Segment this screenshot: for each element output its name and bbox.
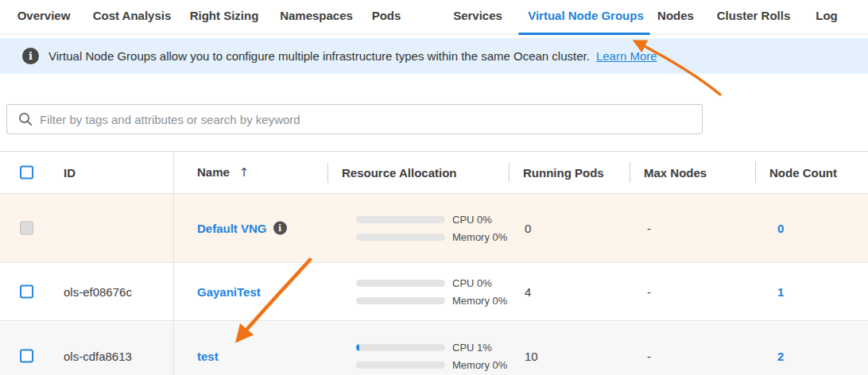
column-header-resource-allocation[interactable]: Resource Allocation: [342, 166, 456, 180]
resource-allocation-bars: CPU 0% Memory 0%: [356, 274, 507, 309]
header-divider: [327, 162, 328, 183]
column-header-node-count[interactable]: Node Count: [769, 166, 837, 180]
row-checkbox[interactable]: [20, 285, 33, 299]
row-checkbox-disabled: [20, 222, 33, 235]
sort-asc-icon[interactable]: ↑: [239, 165, 250, 180]
memory-label: Memory 0%: [452, 295, 507, 307]
tab-namespaces[interactable]: Namespaces: [280, 9, 353, 22]
virtual-node-groups-page: Overview Cost Analysis Right Sizing Name…: [0, 0, 868, 375]
table-row-test[interactable]: ols-cdfa8613 test CPU 1% Memory 0% 10 - …: [0, 321, 868, 375]
running-pods-value: 10: [525, 350, 538, 363]
tab-overview[interactable]: Overview: [17, 9, 71, 22]
tab-services[interactable]: Services: [453, 9, 502, 22]
running-pods-value: 4: [525, 285, 531, 299]
tab-log[interactable]: Log: [816, 9, 838, 22]
tab-bar: Overview Cost Analysis Right Sizing Name…: [0, 0, 868, 35]
cpu-label: CPU 0%: [452, 277, 492, 289]
tab-cost-analysis[interactable]: Cost Analysis: [93, 9, 172, 22]
filter-search-box[interactable]: [6, 104, 703, 134]
node-count-link[interactable]: 1: [777, 285, 784, 299]
table-header: ID Name↑ Resource Allocation Running Pod…: [0, 152, 868, 194]
vng-id: ols-ef08676c: [64, 285, 132, 299]
running-pods-value: 0: [525, 222, 531, 235]
cpu-label: CPU 0%: [452, 214, 492, 226]
info-icon: i: [22, 48, 39, 64]
vng-id: ols-cdfa8613: [64, 350, 132, 363]
node-count-link[interactable]: 2: [777, 350, 784, 363]
tab-nodes[interactable]: Nodes: [657, 9, 694, 22]
table-row-gayanitest[interactable]: ols-ef08676c GayaniTest CPU 0% Memory 0%…: [0, 263, 868, 321]
learn-more-link[interactable]: Learn More: [596, 49, 657, 63]
column-header-name[interactable]: Name↑: [197, 165, 249, 180]
cpu-bar: [356, 280, 445, 287]
search-input[interactable]: [40, 113, 702, 126]
cpu-label: CPU 1%: [452, 342, 492, 354]
memory-bar: [356, 234, 445, 241]
column-divider: [173, 152, 174, 375]
header-divider: [630, 162, 630, 183]
cpu-bar: [356, 344, 445, 351]
memory-label: Memory 0%: [452, 359, 507, 371]
max-nodes-value: -: [647, 350, 651, 363]
resource-allocation-bars: CPU 0% Memory 0%: [356, 211, 507, 245]
vng-name-link[interactable]: GayaniTest: [197, 285, 261, 299]
max-nodes-value: -: [647, 285, 651, 299]
tab-right-sizing[interactable]: Right Sizing: [190, 9, 259, 22]
column-header-id[interactable]: ID: [64, 166, 76, 180]
cpu-bar: [356, 216, 445, 223]
vng-name-link[interactable]: test: [197, 350, 219, 363]
memory-bar: [356, 361, 445, 369]
banner-text: Virtual Node Groups allow you to configu…: [48, 49, 590, 63]
search-icon: [18, 112, 33, 126]
select-all-checkbox[interactable]: [20, 166, 33, 180]
column-header-running-pods[interactable]: Running Pods: [523, 166, 604, 180]
node-count-link[interactable]: 0: [777, 222, 784, 235]
memory-label: Memory 0%: [452, 231, 507, 243]
row-checkbox[interactable]: [20, 350, 33, 363]
memory-bar: [356, 297, 445, 304]
max-nodes-value: -: [647, 222, 651, 235]
vng-table: ID Name↑ Resource Allocation Running Pod…: [0, 151, 868, 375]
resource-allocation-bars: CPU 1% Memory 0%: [356, 338, 507, 373]
column-header-name-label: Name: [197, 165, 230, 179]
tab-cluster-rolls[interactable]: Cluster Rolls: [717, 9, 791, 22]
vng-name-link[interactable]: Default VNG: [197, 222, 267, 235]
tab-pods[interactable]: Pods: [372, 9, 401, 22]
active-tab-underline: [518, 33, 650, 35]
info-banner: i Virtual Node Groups allow you to confi…: [0, 38, 868, 74]
info-icon[interactable]: i: [273, 222, 287, 235]
column-header-max-nodes[interactable]: Max Nodes: [644, 166, 707, 180]
header-divider: [755, 162, 756, 183]
table-row-default-vng[interactable]: Default VNG i CPU 0% Memory 0% 0 - 0: [0, 194, 868, 263]
header-divider: [509, 162, 510, 183]
tab-virtual-node-groups[interactable]: Virtual Node Groups: [528, 9, 644, 22]
